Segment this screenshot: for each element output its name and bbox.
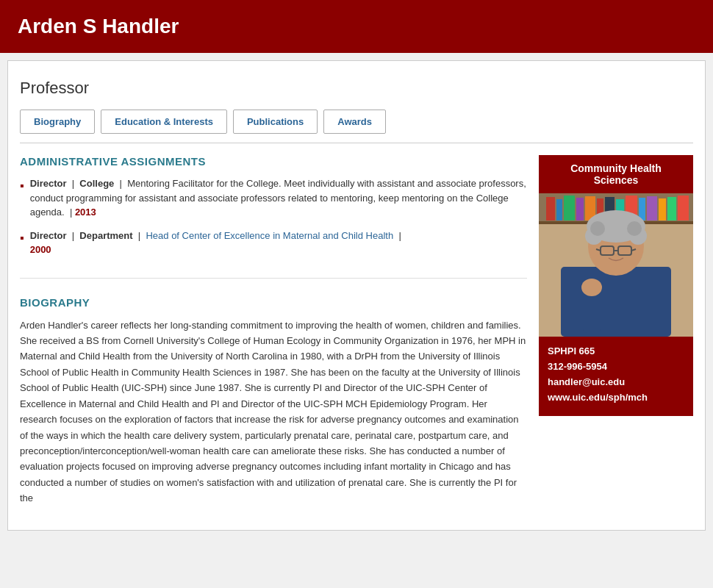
admin-desc-2: Head of Center of Excellence in Maternal… — [146, 230, 393, 241]
contact-website-link[interactable]: www.uic.edu/sph/mch — [548, 392, 648, 403]
profile-svg — [539, 193, 693, 337]
svg-point-23 — [590, 221, 605, 236]
tab-education[interactable]: Education & Interests — [101, 110, 227, 134]
admin-role-1: Director — [30, 178, 67, 189]
svg-point-24 — [627, 221, 642, 236]
admin-section: ADMINISTRATIVE ASSIGNMENTS ▪ Director | … — [20, 155, 527, 279]
contact-info: SPHPI 665 312-996-5954 handler@uic.edu w… — [539, 337, 693, 416]
tab-biography[interactable]: Biography — [20, 110, 95, 134]
main-container: Professor Biography Education & Interest… — [7, 60, 706, 531]
svg-rect-3 — [556, 199, 562, 220]
admin-item-1: ▪ Director | College | Mentoring Facilit… — [20, 176, 527, 220]
tabs-bar: Biography Education & Interests Publicat… — [20, 110, 693, 143]
bio-text: Arden Handler's career reflects her long… — [20, 318, 527, 506]
svg-rect-15 — [678, 196, 689, 220]
svg-rect-13 — [659, 198, 666, 220]
admin-bullet-1: ▪ — [20, 177, 24, 220]
admin-bullet-2: ▪ — [20, 229, 24, 257]
admin-year-1: 2013 — [75, 207, 96, 218]
title-section: Professor — [20, 73, 693, 110]
tab-awards[interactable]: Awards — [323, 110, 386, 134]
svg-rect-14 — [667, 197, 676, 220]
left-panel: ADMINISTRATIVE ASSIGNMENTS ▪ Director | … — [20, 155, 527, 518]
biography-section: BIOGRAPHY Arden Handler's career reflect… — [20, 296, 527, 506]
dept-header: Community Health Sciences — [539, 155, 693, 193]
page-title: Arden S Handler — [18, 15, 695, 38]
admin-text-2: Director | Department | Head of Center o… — [30, 229, 527, 257]
svg-rect-5 — [576, 198, 584, 220]
admin-year-2: 2000 — [30, 244, 51, 255]
admin-heading: ADMINISTRATIVE ASSIGNMENTS — [20, 155, 527, 168]
svg-rect-4 — [564, 196, 575, 220]
bio-heading: BIOGRAPHY — [20, 296, 527, 309]
contact-room: SPHPI 665 — [548, 345, 684, 356]
admin-scope-1: College — [79, 178, 114, 189]
role-title: Professor — [20, 79, 693, 98]
contact-email-link[interactable]: handler@uic.edu — [548, 376, 625, 387]
header-bar: Arden S Handler — [0, 0, 713, 53]
contact-email[interactable]: handler@uic.edu — [548, 376, 684, 387]
admin-scope-2: Department — [79, 230, 132, 241]
photo-inner — [539, 193, 693, 337]
tab-publications[interactable]: Publications — [233, 110, 318, 134]
admin-text-1: Director | College | Mentoring Facilitat… — [30, 176, 527, 220]
svg-point-31 — [581, 279, 602, 296]
right-panel: Community Health Sciences — [539, 155, 693, 518]
admin-role-2: Director — [30, 230, 67, 241]
profile-photo — [539, 193, 693, 337]
svg-rect-12 — [647, 196, 657, 220]
svg-rect-2 — [546, 197, 555, 220]
contact-website[interactable]: www.uic.edu/sph/mch — [548, 392, 684, 403]
content-wrapper: ADMINISTRATIVE ASSIGNMENTS ▪ Director | … — [20, 155, 693, 518]
svg-rect-17 — [561, 267, 671, 337]
admin-item-2: ▪ Director | Department | Head of Center… — [20, 229, 527, 257]
contact-phone: 312-996-5954 — [548, 361, 684, 372]
